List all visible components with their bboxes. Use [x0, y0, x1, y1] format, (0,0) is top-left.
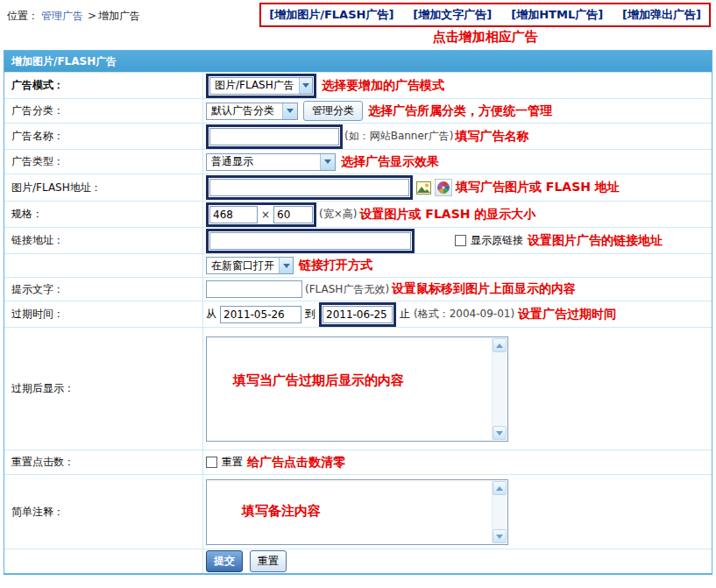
size-hint: (宽×高): [319, 207, 357, 222]
chevron-down-icon: [299, 78, 312, 94]
ad-mode-label: 广告模式：: [4, 73, 203, 98]
ad-name-input[interactable]: [209, 128, 339, 145]
breadcrumb-prefix: 位置：: [7, 10, 39, 22]
breadcrumb: 位置：管理广告>增加广告: [7, 9, 140, 24]
row-size: 规格： × (宽×高) 设置图片或 FLASH 的显示大小: [4, 201, 712, 227]
tooltip-text-hint: (FLASH广告无效): [305, 282, 389, 297]
expire-time-label: 过期时间：: [4, 301, 203, 327]
height-input[interactable]: [273, 206, 313, 223]
expire-to-input[interactable]: [323, 306, 393, 323]
expire-to-highlight: [319, 302, 396, 327]
textarea-scrollbar[interactable]: [492, 481, 507, 543]
ad-mode-highlight: 图片/FLASH广告: [206, 74, 316, 98]
row-ad-type: 广告类型： 普通显示 选择广告显示效果: [4, 149, 712, 174]
row-note: 简单注释： 填写备注内容: [4, 474, 712, 549]
ad-type-select[interactable]: 普通显示: [206, 153, 336, 171]
row-ad-name: 广告名称： (如：网站Banner广告) 填写广告名称: [4, 123, 712, 149]
expire-time-annotation: 设置广告过期时间: [518, 307, 616, 322]
ad-url-annotation: 填写广告图片或 FLASH 地址: [456, 180, 620, 195]
reset-clicks-label: 重置点击数：: [4, 450, 203, 474]
add-html-ad-link[interactable]: [增加HTML广告]: [511, 7, 603, 23]
top-actions-annotation: 点击增加相应广告: [259, 29, 711, 46]
row-ad-category: 广告分类： 默认广告分类 管理分类 选择广告所属分类，方便统一管理: [4, 98, 712, 123]
ad-type-annotation: 选择广告显示效果: [341, 154, 439, 170]
link-url-input[interactable]: [209, 232, 411, 250]
link-target-annotation: 链接打开方式: [299, 258, 372, 273]
row-link-target: 在新窗口打开 链接打开方式: [4, 253, 712, 277]
row-tooltip-text: 提示文字： (FLASH广告无效) 设置鼠标移到图片上面显示的内容: [4, 277, 712, 301]
chevron-down-icon: [320, 154, 335, 170]
add-text-ad-link[interactable]: [增加文字广告]: [413, 7, 492, 23]
size-label: 规格：: [4, 202, 203, 227]
expired-content-label: 过期后显示：: [4, 328, 203, 450]
ad-category-selected-value: 默认广告分类: [207, 103, 282, 119]
submit-button[interactable]: 提交: [206, 550, 243, 572]
note-label: 简单注释：: [4, 475, 203, 549]
ad-name-hint: (如：网站Banner广告): [344, 129, 453, 144]
scroll-up-icon[interactable]: [493, 338, 507, 352]
width-input[interactable]: [209, 206, 258, 223]
expire-format-hint: (格式：2004-09-01): [414, 307, 514, 322]
ad-category-label: 广告分类：: [4, 99, 203, 123]
reset-clicks-checkbox[interactable]: [206, 457, 217, 468]
row-link-url: 链接地址： 显示原链接 设置图片广告的链接地址: [4, 227, 712, 253]
ad-type-selected-value: 普通显示: [207, 154, 320, 170]
expire-from-input[interactable]: [220, 306, 301, 323]
browse-flash-icon[interactable]: [435, 179, 452, 196]
browse-image-icon[interactable]: [416, 181, 431, 195]
link-url-highlight: [206, 229, 415, 253]
breadcrumb-separator: >: [88, 10, 96, 22]
add-image-flash-ad-link[interactable]: [增加图片/FLASH广告]: [269, 7, 393, 23]
panel-title: 增加图片/FLASH广告: [4, 51, 712, 72]
link-target-select[interactable]: 在新窗口打开: [206, 257, 294, 274]
note-annotation: 填写备注内容: [242, 503, 321, 520]
expire-to-label: 到: [305, 307, 315, 322]
top-bar: 位置：管理广告>增加广告 [增加图片/FLASH广告] [增加文字广告] [增加…: [0, 0, 716, 50]
tooltip-text-annotation: 设置鼠标移到图片上面显示的内容: [392, 281, 576, 297]
scroll-down-icon[interactable]: [493, 426, 507, 440]
breadcrumb-link-manage-ads[interactable]: 管理广告: [41, 10, 83, 22]
expired-content-annotation: 填写当广告过期后显示的内容: [233, 372, 404, 389]
ad-url-label: 图片/FLASH地址：: [4, 174, 203, 201]
row-ad-mode: 广告模式： 图片/FLASH广告 选择要增加的广告模式: [4, 72, 712, 98]
add-ad-panel: 增加图片/FLASH广告 广告模式： 图片/FLASH广告 选择要增加的广告模式…: [4, 50, 712, 575]
link-url-label: 链接地址：: [4, 228, 203, 253]
ad-mode-selected-value: 图片/FLASH广告: [210, 78, 299, 94]
chevron-down-icon: [282, 103, 297, 119]
expire-suffix: 止: [400, 307, 410, 322]
expire-from-label: 从: [206, 307, 216, 322]
ad-mode-select[interactable]: 图片/FLASH广告: [209, 77, 313, 95]
add-ad-actions-box: [增加图片/FLASH广告] [增加文字广告] [增加HTML广告] [增加弹出…: [259, 3, 711, 27]
actions-label-spacer: [4, 549, 203, 573]
ad-url-highlight: [206, 175, 413, 200]
note-textarea[interactable]: 填写备注内容: [206, 479, 508, 545]
row-reset-clicks: 重置点击数： 重置 给广告点击数清零: [4, 450, 712, 474]
link-url-annotation: 设置图片广告的链接地址: [528, 233, 663, 249]
link-target-selected-value: 在新窗口打开: [207, 258, 279, 273]
expired-content-textarea[interactable]: 填写当广告过期后显示的内容: [206, 337, 508, 442]
chevron-down-icon: [279, 258, 293, 273]
ad-type-label: 广告类型：: [4, 150, 203, 174]
manage-category-button[interactable]: 管理分类: [303, 101, 363, 121]
size-highlight: ×: [206, 202, 316, 227]
row-ad-url: 图片/FLASH地址：: [4, 174, 712, 201]
row-expired-content: 过期后显示： 填写当广告过期后显示的内容: [4, 327, 712, 450]
times-symbol: ×: [261, 209, 270, 221]
scroll-up-icon[interactable]: [493, 481, 507, 495]
link-target-label: [4, 254, 203, 277]
tooltip-text-input[interactable]: [206, 280, 302, 298]
add-popup-ad-link[interactable]: [增加弹出广告]: [622, 7, 701, 23]
reset-clicks-checkbox-label: 重置: [222, 455, 243, 470]
ad-category-select[interactable]: 默认广告分类: [206, 103, 298, 120]
scroll-down-icon[interactable]: [493, 529, 507, 543]
reset-clicks-annotation: 给广告点击数清零: [247, 455, 345, 471]
top-actions: [增加图片/FLASH广告] [增加文字广告] [增加HTML广告] [增加弹出…: [259, 3, 711, 46]
reset-button[interactable]: 重置: [250, 550, 287, 572]
ad-category-annotation: 选择广告所属分类，方便统一管理: [368, 103, 552, 119]
textarea-scrollbar[interactable]: [492, 338, 507, 440]
tooltip-text-label: 提示文字：: [4, 278, 203, 301]
ad-name-annotation: 填写广告名称: [455, 129, 528, 145]
ad-url-input[interactable]: [209, 179, 409, 196]
show-original-link-checkbox[interactable]: [455, 235, 466, 246]
breadcrumb-current: 增加广告: [98, 10, 140, 22]
